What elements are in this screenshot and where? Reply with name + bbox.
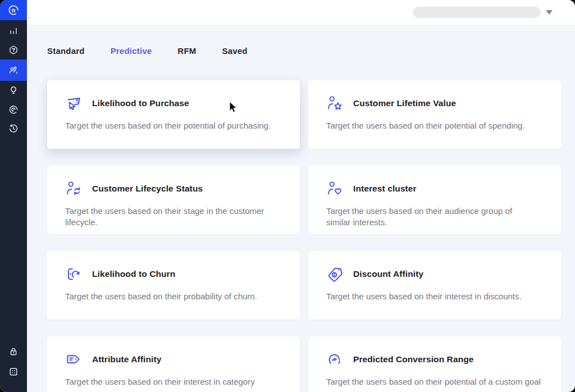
card-description: Target the users based on their interest… xyxy=(65,376,282,388)
svg-text:$: $ xyxy=(334,273,336,277)
account-selector[interactable] xyxy=(413,7,541,18)
sidebar-nav xyxy=(0,21,27,138)
sidebar-item-audiences[interactable] xyxy=(0,60,27,81)
tab-predictive[interactable]: Predictive xyxy=(111,46,152,56)
sidebar-item-lock[interactable] xyxy=(0,341,27,362)
lock-icon xyxy=(8,346,19,357)
lightbulb-icon xyxy=(8,85,19,96)
person-star-icon xyxy=(326,95,343,112)
bar-chart-icon xyxy=(8,25,19,37)
sidebar-item-ideas[interactable] xyxy=(0,81,27,100)
segment-card-grid: Likelihood to Purchase Target the users … xyxy=(47,80,561,392)
card-attribute-affinity[interactable]: Attribute Affinity Target the users base… xyxy=(47,336,300,392)
card-title: Likelihood to Purchase xyxy=(92,98,189,108)
card-likelihood-to-churn[interactable]: Likelihood to Churn Target the users bas… xyxy=(47,251,300,320)
main-area: Standard Predictive RFM Saved Likelihood… xyxy=(27,0,575,392)
users-icon xyxy=(8,65,19,76)
target-swirl-icon xyxy=(8,104,19,115)
sidebar-item-history[interactable] xyxy=(0,119,27,138)
sidebar-item-goals[interactable] xyxy=(0,100,27,119)
card-likelihood-to-purchase[interactable]: Likelihood to Purchase Target the users … xyxy=(47,80,300,149)
card-title: Interest cluster xyxy=(353,184,417,194)
pointer-banner-icon xyxy=(65,95,82,112)
history-clock-icon xyxy=(8,123,19,134)
discount-tag-icon: $ xyxy=(326,266,343,282)
brand-logo[interactable]: n xyxy=(0,0,27,20)
card-description: Target the users based on their audience… xyxy=(326,206,520,229)
tab-rfm[interactable]: RFM xyxy=(177,46,196,56)
card-description: Target the users based on their potentia… xyxy=(65,120,282,131)
card-customer-lifetime-value[interactable]: Customer Lifetime Value Target the users… xyxy=(308,80,561,149)
content: Standard Predictive RFM Saved Likelihood… xyxy=(27,25,575,392)
person-refresh-icon xyxy=(65,180,82,197)
top-bar xyxy=(27,0,575,25)
tab-saved[interactable]: Saved xyxy=(222,46,247,56)
card-description: Target the users based on their potentia… xyxy=(326,376,543,388)
sidebar-item-products[interactable] xyxy=(0,40,27,60)
card-predicted-conversion-range[interactable]: Predicted Conversion Range Target the us… xyxy=(308,336,561,392)
card-description: Target the users based on their potentia… xyxy=(326,120,543,131)
brand-n-logo-icon: n xyxy=(7,4,20,16)
caret-down-icon[interactable] xyxy=(546,10,553,15)
card-title: Attribute Affinity xyxy=(92,354,161,364)
card-description: Target the users based on their interest… xyxy=(326,291,543,302)
exit-arrow-icon xyxy=(65,266,82,282)
tab-standard[interactable]: Standard xyxy=(47,46,85,56)
sidebar-item-apps[interactable] xyxy=(0,362,27,382)
card-title: Discount Affinity xyxy=(353,269,423,279)
card-title: Customer Lifetime Value xyxy=(353,98,456,108)
sidebar-bottom xyxy=(0,341,27,392)
card-description: Target the users based on their stage in… xyxy=(65,206,282,229)
person-heart-icon xyxy=(326,180,343,197)
card-customer-lifecycle-status[interactable]: Customer Lifecycle Status Target the use… xyxy=(47,166,300,234)
segment-tabs: Standard Predictive RFM Saved xyxy=(47,46,561,56)
apps-grid-icon xyxy=(8,366,19,377)
hexagon-funnel-icon xyxy=(8,44,19,56)
card-title: Customer Lifecycle Status xyxy=(92,184,203,194)
card-title: Likelihood to Churn xyxy=(92,269,175,279)
attribute-tag-icon xyxy=(65,351,82,368)
sidebar: n xyxy=(0,0,27,392)
sidebar-item-analytics[interactable] xyxy=(0,21,27,40)
svg-text:n: n xyxy=(12,7,15,13)
card-discount-affinity[interactable]: $ Discount Affinity Target the users bas… xyxy=(308,251,561,320)
app-window: n xyxy=(0,0,575,392)
card-interest-cluster[interactable]: Interest cluster Target the users based … xyxy=(308,166,561,234)
gauge-icon xyxy=(326,351,343,368)
card-title: Predicted Conversion Range xyxy=(353,354,473,364)
card-description: Target the users based on their probabil… xyxy=(65,291,282,302)
